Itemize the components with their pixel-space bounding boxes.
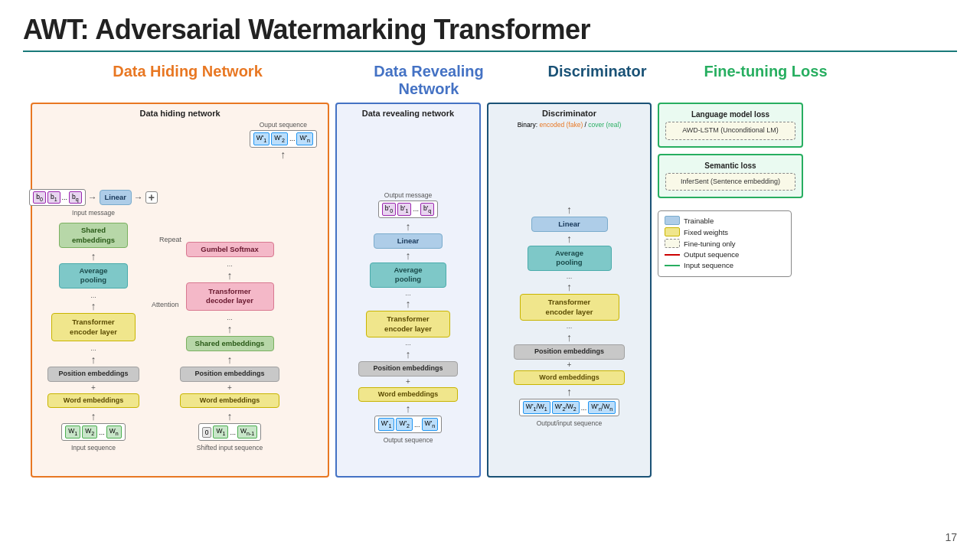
disc-box-title: Discriminator [493, 109, 645, 118]
drn-output-seq: W'1 W'2 ... W'n [374, 416, 442, 433]
disc-seq: W'1/W1 W'2/W2 ... W'n/Wn [519, 399, 619, 416]
legend-finetuning-swatch [665, 239, 680, 248]
dhn-output-seq: W'1 W'2 ... W'n [250, 130, 317, 148]
disc-seq-label: Output/input sequence [537, 419, 603, 427]
dhn-transformer-enc: Transformerencoder layer [51, 313, 136, 341]
ftl-lm-title: Language model loss [665, 110, 795, 119]
ftl-lm-box: Language model loss AWD-LSTM (Unconditio… [658, 103, 803, 148]
legend-fixed: Fixed weights [665, 227, 785, 236]
section-label-ftl: Fine-tuning Loss [697, 63, 835, 98]
output-seq-label: Ouput sequence [260, 121, 307, 129]
ftl-box: Language model loss AWD-LSTM (Unconditio… [658, 103, 803, 277]
disc-word-emb: Word embeddings [514, 370, 625, 386]
output-msg-label: Output message [384, 191, 432, 199]
slide-title: AWT: Adversarial Watermarking Transforme… [23, 14, 957, 46]
section-headers: Data Hiding Network Data Revealing Netwo… [23, 63, 957, 98]
ftl-lm-inner: AWD-LSTM (Unconditional LM) [665, 122, 795, 140]
drn-linear-node: Linear [374, 233, 443, 249]
drn-avg-pool: Averagepooling [370, 262, 446, 288]
diagrams-row: Data hiding network b0 b1 ... bq → [23, 103, 957, 478]
drn-box: Data revealing network Output message b'… [335, 103, 481, 478]
drn-box-title: Data revealing network [341, 109, 475, 118]
drn-word-emb: Word embeddings [358, 387, 458, 403]
dhn-box: Data hiding network b0 b1 ... bq → [31, 103, 329, 478]
legend-trainable-swatch [665, 216, 680, 225]
disc-box: Discriminator Binary: encoded (fake) / c… [487, 103, 652, 478]
ftl-lm-node: AWD-LSTM (Unconditional LM) [670, 126, 791, 135]
legend-fixed-swatch [665, 227, 680, 236]
input-msg-label: Input message [72, 209, 115, 217]
drn-output-msg: b'0 b'1 ... b'q [378, 201, 438, 218]
section-label-disc: Discriminator [513, 63, 681, 98]
dhn-shifted-seq: 0 W1 ... Wn-1 [198, 423, 261, 441]
dhn-shared-emb-top: Shared embeddings [59, 223, 128, 248]
dhn-shared-emb-bot: Shared embeddings [186, 336, 274, 351]
dhn-input-seq: W1 W2 ... Wn [61, 423, 125, 441]
section-label-dhn: Data Hiding Network [46, 63, 329, 98]
legend-output-line [665, 254, 680, 256]
ftl-sem-box: Semantic loss InferSent (Sentence embedd… [658, 154, 803, 199]
legend-box: Trainable Fixed weights Fine-tuning only… [658, 210, 792, 277]
dhn-word-emb-left: Word embeddings [47, 393, 139, 409]
drn-transformer-enc: Transformerencoder layer [366, 311, 450, 337]
ftl-sem-title: Semantic loss [665, 161, 795, 170]
dhn-transformer-dec: Transformerdecoder layer [186, 282, 274, 311]
dhn-gumbel: Gumbel Softmax [186, 242, 274, 257]
drn-output-seq-label: Output sequence [384, 436, 433, 444]
dhn-avg-pool: Averagepooling [59, 263, 128, 289]
dhn-word-emb-right: Word embeddings [180, 393, 279, 409]
dhn-linear-node: Linear [100, 190, 132, 205]
dhn-box-title: Data hiding network [37, 109, 323, 118]
legend-input-line [665, 265, 680, 266]
legend-finetuning: Fine-tuning only [665, 239, 785, 248]
legend-trainable: Trainable [665, 216, 785, 225]
legend-output-seq: Output sequence [665, 250, 785, 259]
dhn-pos-emb-left: Position embeddings [47, 367, 139, 382]
shifted-seq-label: Shifted input sequence [197, 444, 263, 452]
disc-avg-pool: Averagepooling [528, 246, 612, 271]
ftl-sem-inner: InferSent (Sentence embedding) [665, 173, 795, 191]
disc-transformer-enc: Transformerencoder layer [520, 294, 619, 321]
disc-linear-node: Linear [531, 217, 608, 232]
ftl-sem-node: InferSent (Sentence embedding) [670, 178, 791, 187]
section-label-drn: Data Revealing Network [352, 63, 505, 98]
dhn-pos-emb-right: Position embeddings [180, 367, 279, 382]
disc-pos-emb: Position embeddings [514, 344, 625, 360]
legend-input-seq: Input sequence [665, 261, 785, 269]
input-seq-label: Input sequence [71, 444, 116, 452]
slide: AWT: Adversarial Watermarking Transforme… [0, 0, 980, 551]
disc-binary-label: Binary: encoded (fake) / cover (real) [493, 121, 645, 129]
page-number: 17 [945, 531, 957, 543]
attention-label: Attention [152, 301, 179, 308]
input-msg-seq: b0 b1 ... bq [29, 189, 86, 207]
drn-pos-emb: Position embeddings [358, 361, 458, 377]
title-underline [23, 51, 957, 52]
repeat-label: Repeat [159, 236, 181, 243]
